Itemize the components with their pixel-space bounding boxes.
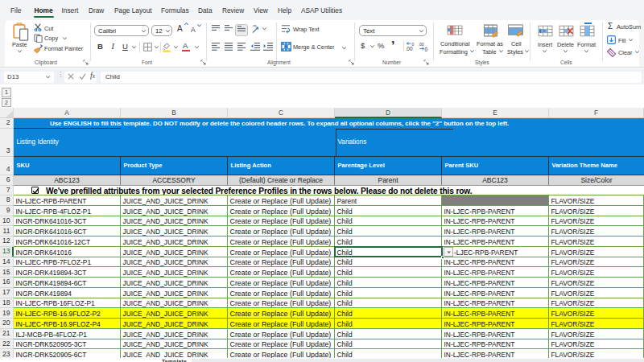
svg-text:0: 0 <box>425 47 428 52</box>
svg-text:0: 0 <box>412 42 415 47</box>
svg-text:.00: .00 <box>406 46 413 51</box>
svg-text:.00: .00 <box>419 42 424 47</box>
